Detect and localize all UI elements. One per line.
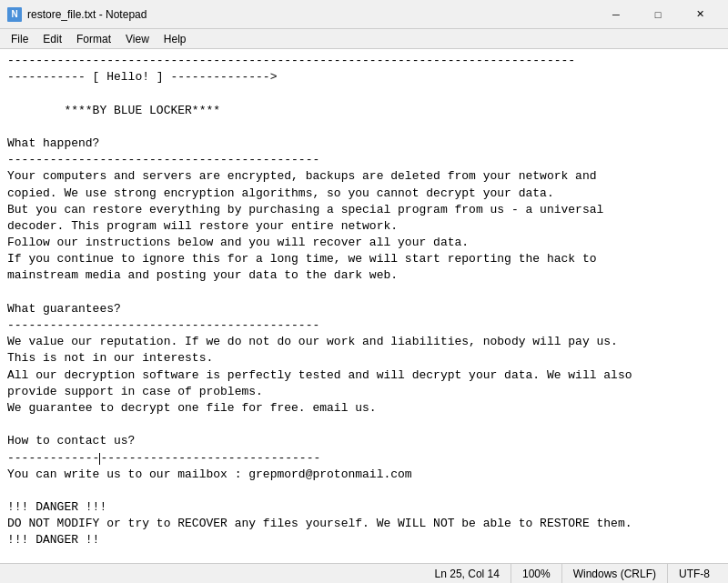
zoom-level: 100%	[511, 564, 561, 583]
maximize-button[interactable]: □	[637, 0, 679, 29]
line-ending: Windows (CRLF)	[561, 564, 667, 583]
menu-help[interactable]: Help	[157, 31, 194, 47]
menu-view[interactable]: View	[118, 31, 157, 47]
encoding: UTF-8	[667, 564, 721, 583]
title-bar-controls: ─ □ ✕	[595, 0, 721, 29]
menu-format[interactable]: Format	[69, 31, 118, 47]
menu-bar: File Edit Format View Help	[0, 29, 728, 49]
app-icon: N	[7, 7, 22, 22]
text-cursor	[99, 453, 100, 465]
close-button[interactable]: ✕	[679, 0, 721, 29]
menu-file[interactable]: File	[4, 31, 35, 47]
status-bar: Ln 25, Col 14 100% Windows (CRLF) UTF-8	[0, 563, 728, 583]
minimize-button[interactable]: ─	[595, 0, 637, 29]
title-bar: N restore_file.txt - Notepad ─ □ ✕	[0, 0, 728, 29]
menu-edit[interactable]: Edit	[35, 31, 69, 47]
cursor-position: Ln 25, Col 14	[424, 564, 511, 583]
window-title: restore_file.txt - Notepad	[27, 8, 147, 21]
text-editor[interactable]: ----------------------------------------…	[0, 49, 728, 563]
title-bar-left: N restore_file.txt - Notepad	[7, 7, 147, 22]
